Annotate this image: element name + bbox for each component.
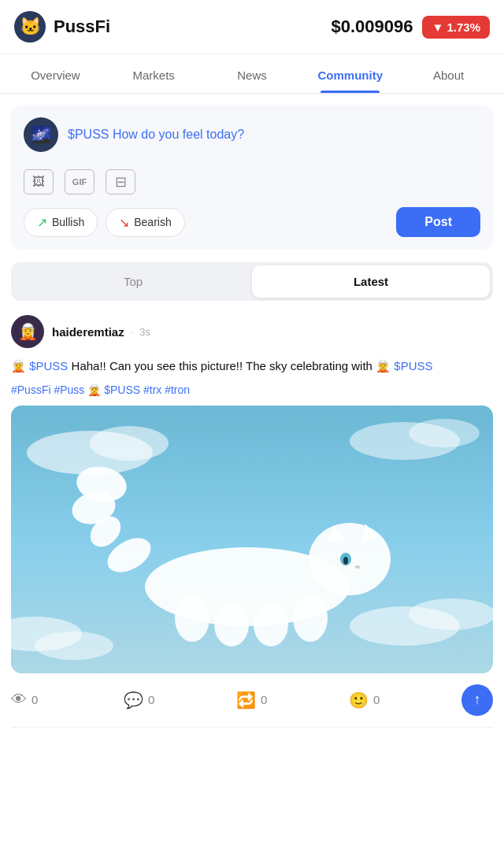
tab-markets[interactable]: Markets [105,54,203,93]
composer-hint: How do you feel today? [109,128,244,141]
post-time: 3s [139,326,150,338]
app-header: 🐱 PussFi $0.009096 ▼ 1.73% [0,0,504,54]
post-tags: #PussFi #Puss 🧝 $PUSS #trx #tron [11,384,493,396]
react-count: 0 [373,693,380,706]
composer-media-actions: 🖼 GIF ⊟ [24,163,480,195]
svg-point-17 [175,595,209,642]
share-icon: ↑ [474,691,481,708]
post-mention-1: $PUSS [29,359,68,372]
svg-point-4 [409,419,480,447]
bearish-icon: ↘ [119,215,129,230]
repost-icon: 🔁 [236,691,256,710]
list-button[interactable]: ⊟ [106,169,135,195]
gif-button[interactable]: GIF [65,169,94,195]
feed-toggle-top[interactable]: Top [14,265,252,298]
image-icon: 🖼 [32,175,45,189]
svg-point-18 [214,602,249,647]
image-upload-button[interactable]: 🖼 [24,169,54,195]
post-meta: haideremtiaz · 3s [52,325,150,339]
feed-toggle-latest[interactable]: Latest [252,265,490,298]
composer-avatar: 🌌 [24,117,58,152]
composer-mention: $PUSS [68,128,109,141]
sentiment-buttons: ↗ Bullish ↘ Bearish [24,208,185,237]
bearish-label: Bearish [134,216,171,228]
post-separator: · [131,326,134,338]
post-avatar: 🧝 [11,315,44,348]
composer-placeholder[interactable]: $PUSS How do you feel today? [68,128,244,142]
bullish-label: Bullish [52,216,84,228]
share-button[interactable]: ↑ [461,684,493,716]
post-prefix-emoji: 🧝 [11,359,29,372]
action-views[interactable]: 👁 0 [11,691,124,709]
post-composer: 🌌 $PUSS How do you feel today? 🖼 GIF ⊟ ↗… [11,105,493,250]
post-image: $ puss [11,406,493,673]
views-icon: 👁 [11,691,27,709]
post-body-text: Haha!! Can you see this picture!! The sk… [68,359,394,372]
header-left: 🐱 PussFi [14,11,110,43]
app-name: PussFi [54,17,110,37]
bullish-button[interactable]: ↗ Bullish [24,208,98,237]
header-right: $0.009096 ▼ 1.73% [331,16,490,39]
views-count: 0 [32,693,38,706]
repost-count: 0 [261,693,267,706]
post-header: 🧝 haideremtiaz · 3s [11,315,493,348]
price-change-text: ▼ 1.73% [432,20,480,34]
nav-tabs: Overview Markets News Community About [0,54,504,94]
tab-community[interactable]: Community [301,54,399,93]
post-button[interactable]: Post [396,207,480,237]
post-username: haideremtiaz [52,325,124,339]
post-mention-2: $PUSS [394,359,432,372]
gif-label: GIF [72,177,87,187]
token-price: $0.009096 [331,17,413,37]
svg-point-19 [254,602,288,647]
feed-toggle: Top Latest [11,262,493,301]
action-comments[interactable]: 💬 0 [124,691,236,710]
action-repost[interactable]: 🔁 0 [236,691,349,710]
svg-point-8 [409,598,493,630]
bullish-icon: ↗ [37,215,47,230]
react-icon: 🙂 [349,691,369,710]
post-actions: 👁 0 💬 0 🔁 0 🙂 0 ↑ [11,673,493,728]
composer-bottom: ↗ Bullish ↘ Bearish Post [24,207,480,237]
bearish-button[interactable]: ↘ Bearish [106,208,184,237]
app-logo: 🐱 [14,11,46,43]
comment-icon: 💬 [124,691,143,710]
svg-point-23 [355,565,360,569]
post-body: 🧝 $PUSS Haha!! Can you see this picture!… [11,358,493,376]
list-icon: ⊟ [115,173,127,191]
tab-news[interactable]: News [203,54,302,93]
svg-point-2 [90,426,169,461]
composer-top[interactable]: 🌌 $PUSS How do you feel today? [24,117,480,152]
post-hashtags: #PussFi #Puss 🧝 $PUSS #trx #tron [11,384,190,396]
svg-point-22 [343,557,348,565]
price-change-badge: ▼ 1.73% [422,16,490,39]
comments-count: 0 [148,693,154,706]
post-item: 🧝 haideremtiaz · 3s 🧝 $PUSS Haha!! Can y… [0,301,504,728]
tab-about[interactable]: About [399,54,498,93]
action-react[interactable]: 🙂 0 [349,691,461,710]
svg-point-20 [293,595,328,642]
svg-point-6 [35,632,113,660]
tab-overview[interactable]: Overview [6,54,105,93]
